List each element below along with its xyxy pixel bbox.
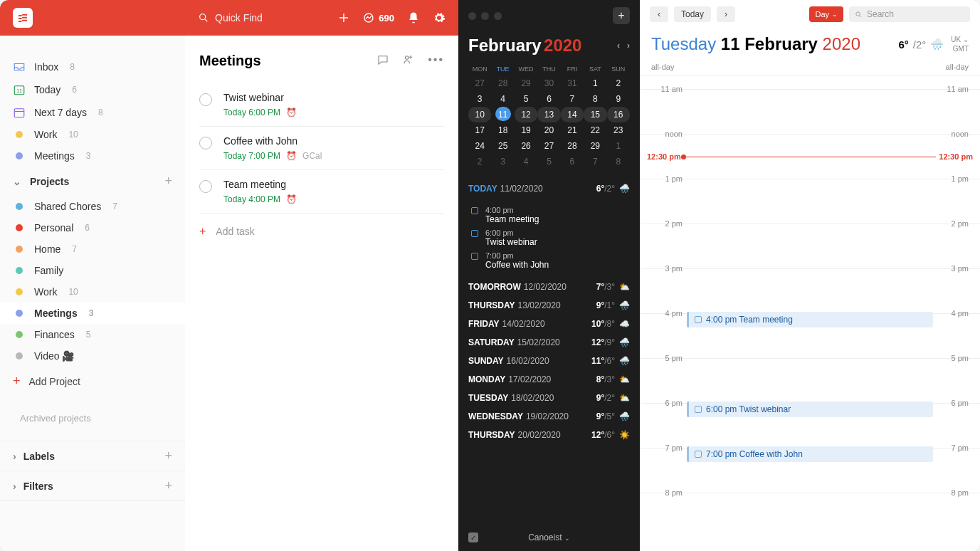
calendar-day[interactable]: 3 [491, 154, 514, 169]
forecast-row[interactable]: TOMORROW12/02/20207°/3°⛅ [468, 278, 630, 296]
add-task-button[interactable]: + Add task [199, 214, 444, 249]
calendar-day[interactable]: 2 [468, 154, 491, 169]
calendar-day[interactable]: 5 [537, 154, 560, 169]
task-checkbox[interactable] [199, 180, 212, 193]
task-row[interactable]: Coffee with John Today 7:00 PM ⏰ GCal [199, 127, 444, 170]
calendar-day[interactable]: 8 [584, 91, 606, 107]
project-item[interactable]: Finances5 [0, 324, 185, 345]
cal-prev-button[interactable]: ‹ [650, 6, 668, 22]
calendar-day[interactable]: 2 [607, 75, 630, 91]
calendar-day[interactable]: 27 [468, 75, 491, 91]
calendar-day[interactable]: 3 [468, 91, 491, 107]
next-month-icon[interactable]: › [627, 41, 630, 51]
add-icon[interactable] [337, 11, 350, 24]
allday-row[interactable]: all-dayall-day [640, 61, 980, 76]
project-item[interactable]: Shared Chores7 [0, 196, 185, 217]
forecast-today[interactable]: TODAY11/02/2020 6°/2°🌧️ [468, 179, 630, 198]
project-item[interactable]: Video 🎥 [0, 345, 185, 367]
calendar-day[interactable]: 4 [491, 91, 514, 107]
cal-next-button[interactable]: › [717, 6, 735, 22]
calendar-day[interactable]: 19 [515, 122, 537, 138]
archived-projects[interactable]: Archived projects [0, 396, 185, 441]
calendar-day[interactable]: 14 [561, 107, 584, 122]
forecast-row[interactable]: THURSDAY13/02/20209°/1°🌧️ [468, 296, 630, 315]
projects-header[interactable]: ⌄Projects + [0, 167, 185, 196]
mini-calendar[interactable]: MONTUEWEDTHUFRISATSUN2728293031123456789… [468, 63, 630, 169]
event-checkbox[interactable] [695, 406, 702, 413]
calendar-day[interactable]: 21 [561, 122, 584, 138]
calendar-day[interactable]: 25 [491, 138, 514, 154]
cal-search[interactable]: Search [849, 6, 970, 22]
project-item[interactable]: Meetings3 [0, 303, 185, 324]
event-checkbox[interactable] [695, 316, 702, 323]
event-checkbox[interactable] [695, 451, 702, 458]
calendar-day[interactable]: 15 [584, 107, 606, 122]
add-project-icon[interactable]: + [164, 174, 172, 189]
task-checkbox[interactable] [199, 93, 212, 106]
forecast-row[interactable]: SATURDAY15/02/202012°/9°🌧️ [468, 333, 630, 352]
add-project-button[interactable]: +Add Project [0, 367, 185, 396]
calendar-day[interactable]: 11 [495, 107, 511, 121]
widget-profile[interactable]: Canoeist ⌄ [528, 532, 570, 542]
calendar-day[interactable]: 24 [468, 138, 491, 154]
add-filter-icon[interactable]: + [164, 478, 172, 493]
gear-icon[interactable] [433, 11, 446, 24]
calendar-day[interactable]: 31 [561, 75, 584, 91]
calendar-day[interactable]: 23 [607, 122, 630, 138]
share-icon[interactable] [402, 53, 415, 69]
calendar-day[interactable]: 6 [537, 91, 560, 107]
event-checkbox[interactable] [471, 253, 478, 260]
notifications-icon[interactable] [407, 11, 420, 24]
widget-event[interactable]: 6:00 pmTwist webinar [468, 226, 630, 249]
calendar-day[interactable]: 13 [537, 107, 560, 122]
view-selector[interactable]: Day⌄ [809, 6, 843, 22]
project-item[interactable]: Personal6 [0, 217, 185, 238]
widget-event[interactable]: 7:00 pmCoffee with John [468, 249, 630, 272]
forecast-row[interactable]: THURSDAY20/02/202012°/6°☀️ [468, 426, 630, 444]
window-controls[interactable] [468, 12, 502, 20]
sidebar-filter-work[interactable]: Work10 [0, 124, 185, 145]
project-item[interactable]: Work10 [0, 281, 185, 303]
filters-section[interactable]: ›Filters + [0, 471, 185, 501]
calendar-day[interactable]: 7 [584, 154, 606, 169]
calendar-day[interactable]: 9 [607, 91, 630, 107]
calendar-day[interactable]: 8 [607, 154, 630, 169]
calendar-day[interactable]: 20 [537, 122, 560, 138]
karma-counter[interactable]: 690 [363, 12, 394, 23]
forecast-row[interactable]: MONDAY17/02/20208°/3°⛅ [468, 370, 630, 389]
sidebar-today[interactable]: 11 Today6 [0, 78, 185, 101]
more-icon[interactable]: ••• [428, 53, 444, 69]
project-item[interactable]: Home7 [0, 238, 185, 260]
calendar-day[interactable]: 10 [468, 107, 491, 122]
calendar-day[interactable]: 12 [515, 107, 537, 122]
calendar-day[interactable]: 18 [491, 122, 514, 138]
calendar-day[interactable]: 29 [584, 138, 606, 154]
forecast-row[interactable]: WEDNESDAY19/02/20209°/5°🌧️ [468, 407, 630, 426]
task-row[interactable]: Team meeting Today 4:00 PM ⏰ [199, 170, 444, 214]
prev-month-icon[interactable]: ‹ [617, 41, 620, 51]
calendar-day[interactable]: 28 [491, 75, 514, 91]
quick-find[interactable]: Quick Find [198, 12, 337, 23]
sidebar-inbox[interactable]: Inbox8 [0, 56, 185, 78]
calendar-day[interactable]: 28 [561, 138, 584, 154]
widget-event[interactable]: 4:00 pmTeam meeting [468, 204, 630, 226]
calendar-event[interactable]: 6:00 pm Twist webinar [687, 402, 933, 417]
cal-today-button[interactable]: Today [674, 6, 711, 22]
calendar-day[interactable]: 7 [561, 91, 584, 107]
timezone-selector[interactable]: UK ⌄GMT [951, 35, 969, 53]
event-checkbox[interactable] [471, 230, 478, 237]
calendar-day[interactable]: 1 [607, 138, 630, 154]
calendar-day[interactable]: 27 [537, 138, 560, 154]
calendar-day[interactable]: 6 [561, 154, 584, 169]
comments-icon[interactable] [376, 53, 389, 69]
calendar-day[interactable]: 26 [515, 138, 537, 154]
project-item[interactable]: Family [0, 260, 185, 281]
calendar-day[interactable]: 5 [515, 91, 537, 107]
forecast-row[interactable]: SUNDAY16/02/202011°/6°🌧️ [468, 352, 630, 370]
calendar-day[interactable]: 29 [515, 75, 537, 91]
calendar-day[interactable]: 22 [584, 122, 606, 138]
event-checkbox[interactable] [471, 207, 478, 214]
calendar-day[interactable]: 30 [537, 75, 560, 91]
calendar-day[interactable]: 17 [468, 122, 491, 138]
forecast-row[interactable]: FRIDAY14/02/202010°/8°☁️ [468, 315, 630, 333]
